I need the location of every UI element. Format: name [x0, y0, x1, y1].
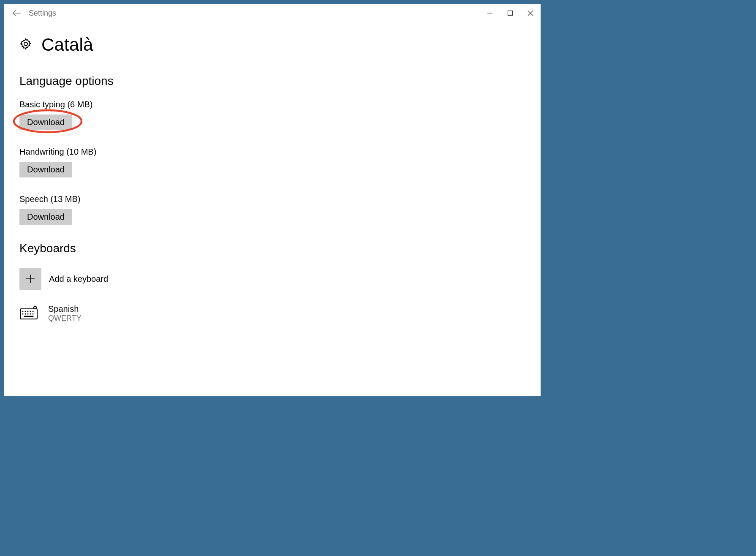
speech-label: Speech (13 MB) — [19, 194, 541, 204]
language-options-heading: Language options — [19, 74, 541, 88]
page-header: Català — [19, 35, 541, 55]
maximize-button[interactable] — [500, 4, 520, 22]
window-title: Settings — [29, 9, 56, 18]
keyboard-layout: QWERTY — [48, 314, 82, 323]
add-keyboard-row[interactable]: Add a keyboard — [19, 268, 541, 290]
gear-icon — [19, 38, 32, 52]
basic-typing-download-button[interactable]: Download — [19, 114, 72, 130]
basic-typing-option: Basic typing (6 MB) Download — [19, 100, 541, 130]
handwriting-label: Handwriting (10 MB) — [19, 147, 541, 157]
keyboard-icon — [19, 305, 38, 322]
close-button[interactable] — [520, 4, 541, 22]
keyboards-heading: Keyboards — [19, 242, 541, 255]
speech-download-button[interactable]: Download — [19, 209, 72, 225]
page-title: Català — [41, 35, 93, 55]
handwriting-option: Handwriting (10 MB) Download — [19, 147, 541, 177]
back-button[interactable] — [4, 4, 29, 22]
speech-option: Speech (13 MB) Download — [19, 194, 541, 225]
minimize-button[interactable] — [480, 4, 500, 22]
settings-window: Settings Català Language options — [4, 4, 541, 396]
svg-rect-2 — [508, 11, 513, 16]
keyboard-item-spanish[interactable]: Spanish QWERTY — [19, 304, 541, 323]
keyboard-item-text: Spanish QWERTY — [48, 304, 82, 323]
content-area: Català Language options Basic typing (6 … — [4, 22, 541, 396]
basic-typing-label: Basic typing (6 MB) — [19, 100, 541, 109]
keyboard-name: Spanish — [48, 304, 82, 314]
handwriting-download-button[interactable]: Download — [19, 162, 72, 177]
svg-point-10 — [34, 306, 36, 309]
window-controls — [480, 4, 541, 22]
plus-icon — [19, 268, 41, 290]
add-keyboard-label: Add a keyboard — [49, 274, 108, 284]
svg-point-5 — [24, 42, 27, 46]
titlebar: Settings — [4, 4, 541, 22]
